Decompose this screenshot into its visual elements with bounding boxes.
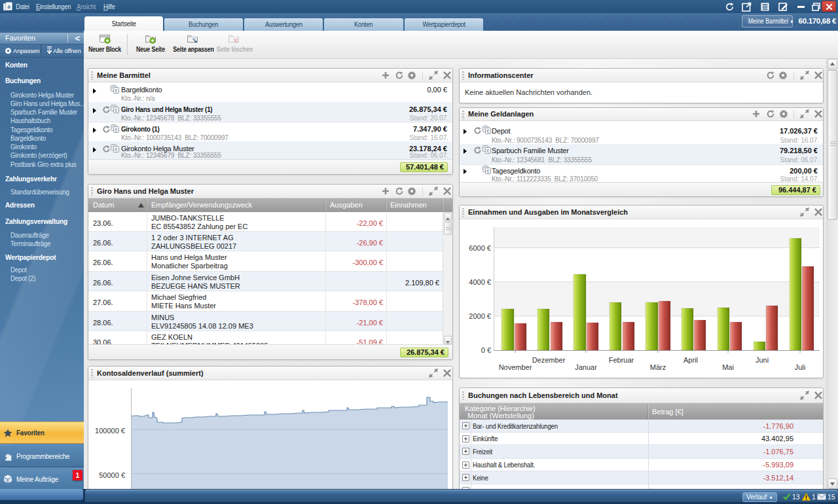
svg-text:Juni: Juni bbox=[756, 356, 769, 364]
svg-text:a: a bbox=[7, 3, 10, 10]
svg-text:Februar: Februar bbox=[609, 356, 634, 364]
svg-text:Mai: Mai bbox=[722, 363, 734, 371]
svg-text:6000 €: 6000 € bbox=[469, 244, 491, 252]
svg-text:0 €: 0 € bbox=[481, 346, 491, 354]
svg-text:November: November bbox=[499, 363, 532, 371]
svg-text:April: April bbox=[683, 356, 698, 364]
svg-text:Juli: Juli bbox=[795, 363, 806, 371]
svg-text:März: März bbox=[650, 363, 666, 371]
svg-text:2000 €: 2000 € bbox=[469, 312, 491, 320]
svg-text:Dezember: Dezember bbox=[532, 356, 566, 364]
svg-text:Januar: Januar bbox=[575, 363, 597, 371]
svg-text:4000 €: 4000 € bbox=[469, 278, 491, 286]
